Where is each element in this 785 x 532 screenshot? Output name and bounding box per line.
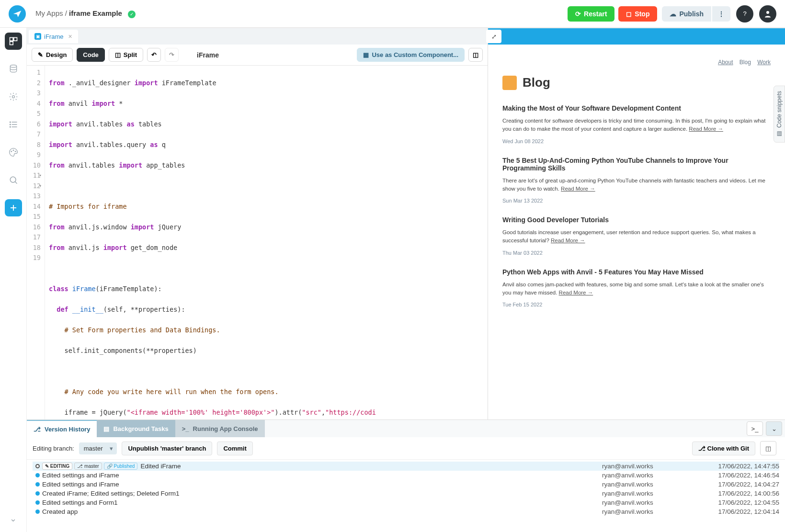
nav-settings[interactable] xyxy=(5,88,22,105)
line-gutter: 12345 678910 11▾12▾ 13141516 171819 xyxy=(27,66,45,419)
post-title[interactable]: The 5 Best Up-And-Coming Python YouTube … xyxy=(502,157,771,172)
chevron-down-icon: ⌄ xyxy=(10,513,17,524)
commit-dot-icon xyxy=(35,473,40,477)
nav-database[interactable] xyxy=(5,60,22,78)
svg-point-12 xyxy=(11,151,12,152)
commit-row[interactable]: Edited settings and iFrame ryan@anvil.wo… xyxy=(33,480,779,489)
bottom-tabs: ⎇ Version History ▤ Background Tasks >_ … xyxy=(27,420,785,437)
nav-add[interactable] xyxy=(5,199,22,216)
palette-icon xyxy=(9,147,18,157)
nav-work[interactable]: Work xyxy=(757,59,771,66)
code-editor[interactable]: 12345 678910 11▾12▾ 13141516 171819 from… xyxy=(27,66,488,419)
commit-button[interactable]: Commit xyxy=(217,441,252,455)
split-button[interactable]: ◫ Split xyxy=(109,48,143,62)
app-logo[interactable] xyxy=(9,5,26,23)
tab-background-tasks[interactable]: ▤ Background Tasks xyxy=(97,420,175,437)
commit-row[interactable]: Created iFrame; Edited settings; Deleted… xyxy=(33,489,779,498)
read-more-link[interactable]: Read More → xyxy=(561,186,595,192)
branch-select[interactable]: master xyxy=(79,442,117,454)
form-icon: ▣ xyxy=(34,33,41,40)
stop-button[interactable]: ◻ Stop xyxy=(618,6,657,22)
list-icon xyxy=(9,120,18,129)
account-button[interactable] xyxy=(759,5,776,23)
nav-list[interactable] xyxy=(5,116,22,133)
file-tabstrip: ▣ iFrame × xyxy=(27,28,488,45)
panel-toggle-button[interactable]: ◫ xyxy=(468,48,483,62)
read-more-link[interactable]: Read More → xyxy=(559,290,593,295)
version-controls: Editing branch: master Unpublish 'master… xyxy=(27,437,785,460)
split-icon: ◫ xyxy=(115,51,121,58)
tab-iframe[interactable]: ▣ iFrame × xyxy=(29,30,78,43)
sidebar-icon: ◫ xyxy=(473,51,478,58)
redo-button[interactable]: ↷ xyxy=(165,48,179,62)
read-more-link[interactable]: Read More → xyxy=(551,238,585,243)
chevron-down-icon: ⌄ xyxy=(772,425,777,432)
commit-dot-icon xyxy=(35,464,40,468)
topbar: My Apps / iframe Example ✓ ⟳ Restart ◻ S… xyxy=(0,0,785,28)
post-title[interactable]: Making the Most of Your Software Develop… xyxy=(502,104,771,112)
help-button[interactable]: ? xyxy=(736,5,753,23)
code-button[interactable]: Code xyxy=(77,48,105,62)
close-icon[interactable]: × xyxy=(68,33,72,40)
branch-icon: ⎇ xyxy=(34,426,41,433)
post-title[interactable]: Writing Good Developer Tutorials xyxy=(502,216,771,224)
commit-time: 17/06/2022, 12:04:55 xyxy=(698,499,779,506)
tab-running-console[interactable]: >_ Running App Console xyxy=(175,420,265,437)
preview-body[interactable]: About Blog Work Blog Making the Most of … xyxy=(488,45,785,419)
code-snippets-button[interactable]: ▥ Code snippets xyxy=(774,86,785,143)
commit-message: Edited settings and iFrame xyxy=(42,472,602,479)
undo-button[interactable]: ↶ xyxy=(147,48,161,62)
blog-post: The 5 Best Up-And-Coming Python YouTube … xyxy=(502,157,771,204)
code-content[interactable]: from ._anvil_designer import iFrameTempl… xyxy=(45,66,488,419)
blog-title: Blog xyxy=(523,75,550,90)
clone-git-button[interactable]: ⎇ Clone with Git xyxy=(692,441,755,455)
svg-rect-3 xyxy=(10,42,13,45)
commit-time: 17/06/2022, 14:47:55 xyxy=(698,463,779,470)
svg-point-14 xyxy=(15,151,16,152)
use-custom-component-button[interactable]: ▦ Use as Custom Component... xyxy=(357,48,465,62)
post-title[interactable]: Python Web Apps with Anvil - 5 Features … xyxy=(502,268,771,276)
component-icon: ▦ xyxy=(363,51,369,58)
svg-rect-2 xyxy=(13,38,17,41)
tasks-icon: ▤ xyxy=(103,425,109,432)
nav-blog[interactable]: Blog xyxy=(739,59,751,66)
commits-list: ✎ EDITING ⎇ master 🔗 Published Edited iF… xyxy=(27,460,785,532)
svg-point-4 xyxy=(10,65,16,68)
commit-row[interactable]: Edited settings and Form1 ryan@anvil.wor… xyxy=(33,498,779,507)
tab-version-history[interactable]: ⎇ Version History xyxy=(27,420,97,437)
restart-button[interactable]: ⟳ Restart xyxy=(568,6,614,22)
breadcrumb-root[interactable]: My Apps xyxy=(35,9,63,17)
publish-button[interactable]: ☁ Publish xyxy=(662,6,711,22)
terminal-button[interactable]: >_ xyxy=(747,421,763,436)
nav-collapse[interactable]: ⌄ xyxy=(5,510,22,527)
commit-dot-icon xyxy=(35,482,40,487)
publish-menu-button[interactable]: ⋮ xyxy=(712,6,730,22)
commit-message: Edited iFrame xyxy=(140,463,602,470)
nav-about[interactable]: About xyxy=(718,59,733,66)
layout-button[interactable]: ◫ xyxy=(760,441,776,455)
preview-pane: ⤢ About Blog Work Blog Ma xyxy=(488,28,785,419)
terminal-icon: >_ xyxy=(751,425,759,432)
svg-point-0 xyxy=(766,11,769,14)
commit-author: ryan@anvil.works xyxy=(602,481,698,488)
post-body: Creating content for software developers… xyxy=(502,117,771,134)
read-more-link[interactable]: Read More → xyxy=(689,126,723,132)
collapse-panel-button[interactable]: ⌄ xyxy=(766,421,782,436)
nav-search[interactable] xyxy=(5,171,22,189)
commit-row[interactable]: Edited settings and iFrame ryan@anvil.wo… xyxy=(33,471,779,480)
commit-author: ryan@anvil.works xyxy=(602,463,698,470)
commit-row[interactable]: ✎ EDITING ⎇ master 🔗 Published Edited iF… xyxy=(33,462,779,471)
nav-theme[interactable] xyxy=(5,144,22,161)
commit-time: 17/06/2022, 12:04:14 xyxy=(698,508,779,515)
commit-author: ryan@anvil.works xyxy=(602,490,698,497)
unpublish-button[interactable]: Unpublish 'master' branch xyxy=(122,441,212,455)
kebab-icon: ⋮ xyxy=(718,10,725,18)
commit-row[interactable]: Created app ryan@anvil.works 17/06/2022,… xyxy=(33,507,779,516)
commit-author: ryan@anvil.works xyxy=(602,508,698,515)
design-button[interactable]: ✎ Design xyxy=(32,48,73,62)
expand-preview-button[interactable]: ⤢ xyxy=(486,30,501,43)
avatar xyxy=(502,76,517,90)
published-badge: 🔗 Published xyxy=(104,463,138,470)
breadcrumb-app[interactable]: iframe Example xyxy=(69,9,122,17)
nav-app-browser[interactable] xyxy=(5,33,22,50)
